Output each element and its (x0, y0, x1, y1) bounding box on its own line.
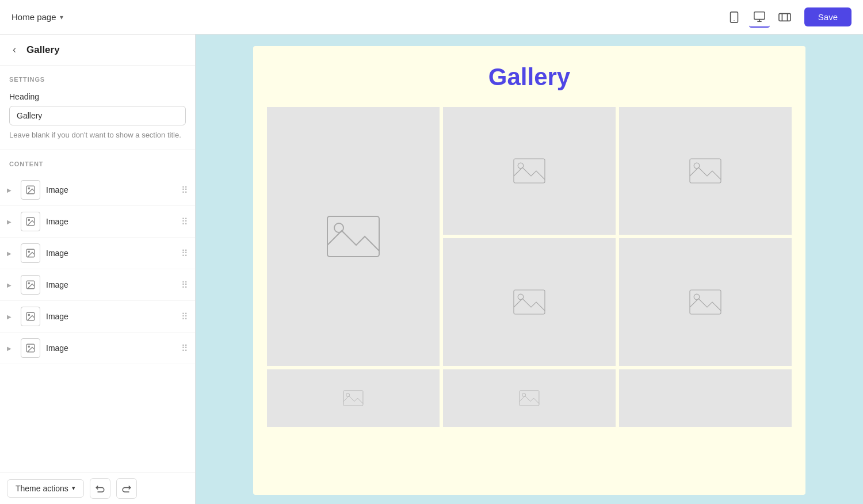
settings-section-label: SETTINGS (0, 66, 195, 87)
svg-rect-22 (514, 159, 545, 183)
content-section-label: CONTENT (0, 150, 195, 172)
gallery-cell-bottom-2 (443, 369, 616, 427)
theme-actions-button[interactable]: Theme actions ▾ (7, 479, 84, 498)
image-icon (21, 212, 40, 231)
settings-section: Heading Leave blank if you don't want to… (0, 87, 195, 150)
page-frame: Gallery (253, 46, 805, 495)
content-list: ▶ Image ⠿ ▶ Image ⠿ (0, 172, 195, 366)
svg-rect-26 (514, 290, 545, 314)
item-label: Image (46, 185, 175, 194)
sidebar-header: ‹ Gallery (0, 35, 195, 66)
gallery-cell-large (267, 107, 440, 366)
wide-view-button[interactable] (774, 7, 795, 28)
image-placeholder-icon (342, 390, 365, 407)
theme-actions-label: Theme actions (16, 484, 68, 493)
undo-button[interactable] (90, 478, 110, 499)
desktop-icon (753, 10, 766, 23)
svg-rect-20 (327, 216, 379, 257)
svg-rect-5 (779, 13, 791, 21)
svg-rect-2 (754, 12, 765, 19)
wide-icon (778, 11, 791, 24)
item-label: Image (46, 280, 175, 289)
theme-actions-chevron-icon: ▾ (72, 484, 75, 492)
chevron-right-icon: ▶ (7, 282, 15, 288)
image-placeholder-icon (518, 390, 541, 407)
svg-point-19 (28, 346, 29, 347)
image-placeholder-icon (324, 213, 382, 259)
gallery-cell-bot-right (619, 238, 792, 366)
svg-point-15 (28, 282, 29, 284)
drag-handle-icon[interactable]: ⠿ (181, 343, 188, 354)
desktop-view-button[interactable] (749, 7, 770, 28)
chevron-right-icon: ▶ (7, 345, 15, 352)
image-icon (21, 307, 40, 326)
svg-rect-30 (343, 391, 363, 406)
image-icon (21, 338, 40, 358)
image-placeholder-icon (512, 156, 547, 185)
page-chevron-icon: ▾ (60, 13, 63, 21)
chevron-right-icon: ▶ (7, 250, 15, 257)
list-item[interactable]: ▶ Image ⠿ (0, 301, 195, 333)
svg-rect-32 (520, 391, 539, 406)
svg-rect-0 (730, 12, 738, 22)
svg-point-13 (28, 251, 29, 252)
drag-handle-icon[interactable]: ⠿ (181, 216, 188, 227)
list-item[interactable]: ▶ Image ⠿ (0, 174, 195, 206)
heading-input[interactable] (9, 106, 186, 125)
sidebar-title: Gallery (26, 44, 60, 56)
redo-button[interactable] (116, 478, 137, 499)
svg-point-9 (28, 188, 29, 189)
item-label: Image (46, 217, 175, 226)
image-placeholder-icon (688, 156, 723, 185)
gallery-cell-bot-mid (443, 238, 616, 366)
topbar: Home page ▾ Save (0, 0, 863, 35)
drag-handle-icon[interactable]: ⠿ (181, 280, 188, 291)
list-item[interactable]: ▶ Image ⠿ (0, 269, 195, 301)
viewport-icons (724, 7, 795, 28)
item-label: Image (46, 249, 175, 258)
bottombar: Theme actions ▾ (0, 472, 195, 504)
image-icon (21, 180, 40, 200)
sidebar-content: SETTINGS Heading Leave blank if you don'… (0, 66, 195, 472)
list-item[interactable]: ▶ Image ⠿ (0, 238, 195, 269)
undo-icon (95, 483, 105, 494)
image-placeholder-icon (688, 288, 723, 316)
image-icon (21, 275, 40, 295)
back-button[interactable]: ‹ (9, 43, 20, 57)
svg-rect-24 (690, 159, 721, 183)
svg-point-17 (28, 314, 29, 315)
heading-hint: Leave blank if you don't want to show a … (9, 130, 186, 140)
tablet-icon (728, 11, 740, 24)
sidebar: ‹ Gallery SETTINGS Heading Leave blank i… (0, 35, 196, 504)
svg-point-11 (28, 219, 29, 220)
svg-rect-28 (690, 290, 721, 314)
gallery-cell-top-right (619, 107, 792, 235)
save-button[interactable]: Save (804, 7, 851, 26)
chevron-right-icon: ▶ (7, 187, 15, 193)
image-icon (21, 243, 40, 263)
main-layout: ‹ Gallery SETTINGS Heading Leave blank i… (0, 35, 863, 504)
page-label: Home page (12, 12, 56, 22)
item-label: Image (46, 312, 175, 321)
list-item[interactable]: ▶ Image ⠿ (0, 206, 195, 238)
item-label: Image (46, 343, 175, 353)
drag-handle-icon[interactable]: ⠿ (181, 185, 188, 196)
drag-handle-icon[interactable]: ⠿ (181, 311, 188, 322)
page-selector[interactable]: Home page ▾ (12, 12, 63, 22)
gallery-cell-bottom-1 (267, 369, 440, 427)
redo-icon (121, 483, 132, 494)
chevron-right-icon: ▶ (7, 219, 15, 225)
heading-field-label: Heading (9, 92, 186, 101)
gallery-heading: Gallery (267, 63, 792, 91)
drag-handle-icon[interactable]: ⠿ (181, 248, 188, 259)
list-item[interactable]: ▶ Image ⠿ (0, 333, 195, 364)
image-placeholder-icon (512, 288, 547, 316)
canvas-area[interactable]: Gallery (196, 35, 863, 504)
chevron-right-icon: ▶ (7, 314, 15, 320)
gallery-cell-bottom-3 (619, 369, 792, 427)
gallery-cell-top-mid (443, 107, 616, 235)
tablet-view-button[interactable] (724, 7, 744, 28)
